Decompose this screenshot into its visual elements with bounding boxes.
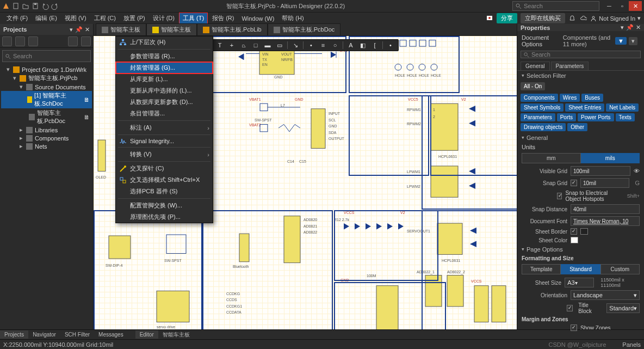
filter-chip[interactable]: Ports [557, 113, 576, 121]
toolbar-button[interactable]: + [226, 40, 237, 50]
proj-tool-5[interactable] [81, 36, 91, 46]
tree-row[interactable]: [1] 智能车主板.SchDoc🗎 [1, 91, 92, 108]
menu-help[interactable]: 帮助 (H) [278, 13, 307, 23]
toolbar-button[interactable]: ↘ [290, 40, 301, 50]
snap-grid-field[interactable]: 10mil [580, 178, 629, 188]
menu-item[interactable]: 上/下层次 (H) [116, 36, 213, 48]
toolbar-button[interactable]: ◧ [357, 40, 368, 50]
toolbar-button[interactable]: ▬ [262, 40, 273, 50]
panel-pin-icon[interactable]: 📌 [626, 24, 634, 31]
menu-item[interactable]: 更新从库中选择的 (L)... [116, 85, 213, 96]
visible-grid-field[interactable]: 100mil [571, 166, 630, 176]
toolbar-button[interactable]: ≡ [318, 40, 329, 50]
properties-search[interactable]: Search [521, 51, 641, 58]
toolbar-button[interactable]: [ [369, 40, 380, 50]
tree-row[interactable]: ▸Libraries [1, 126, 92, 134]
cloud-icon[interactable] [579, 15, 587, 22]
filter-chip[interactable]: Wires [560, 94, 580, 102]
tree-row[interactable]: 智能车主板.PcbDoc🗎 [1, 108, 92, 126]
doc-tab[interactable]: 智能车主板.PcbDoc [268, 23, 341, 35]
filter-chip[interactable]: Sheet Symbols [521, 103, 564, 112]
visibility-toggle-icon[interactable]: 👁 [634, 168, 640, 174]
tree-row[interactable]: ▾Source Documents [1, 83, 92, 91]
tree-row[interactable]: ▸Nets [1, 142, 92, 150]
filter-chip[interactable]: Drawing objects [521, 123, 566, 131]
panel-pin-icon[interactable]: 📌 [75, 26, 83, 33]
bt-navigator[interactable]: Navigator [28, 330, 60, 339]
filter-chip[interactable]: Buses [581, 94, 603, 102]
chip-all-on[interactable]: All - On [521, 82, 545, 90]
tab-general[interactable]: General [521, 62, 550, 71]
filter-chip[interactable]: Parameters [521, 113, 555, 121]
panel-close-icon[interactable]: ✕ [636, 24, 641, 31]
filter-chip[interactable]: Net Labels [606, 103, 639, 112]
menu-project[interactable]: 工程 (C) [91, 13, 119, 23]
doc-tab[interactable]: 智能车主板 [96, 23, 146, 35]
toolbar-button[interactable]: □ [250, 40, 261, 50]
sheet-size-select[interactable]: A3 ▾ [565, 278, 594, 287]
fmt-custom[interactable]: Custom [600, 264, 640, 274]
share-button[interactable]: 分享 [497, 13, 517, 23]
snap-distance-field[interactable]: 40mil [571, 204, 640, 214]
section-general[interactable]: General [517, 133, 644, 143]
proj-tool-2[interactable] [15, 36, 25, 46]
fmt-standard[interactable]: Standard [561, 264, 600, 274]
bt-projects[interactable]: Projects [0, 330, 28, 339]
fmt-template[interactable]: Template [522, 264, 561, 274]
snap-eo-checkbox[interactable] [557, 193, 562, 199]
filter-chip[interactable]: Power Ports [578, 113, 614, 121]
sheet-border-checkbox[interactable] [571, 228, 577, 235]
bt-schfilter[interactable]: SCH Filter [60, 330, 94, 339]
notify-icon[interactable] [568, 15, 576, 22]
units-mils[interactable]: mils [581, 153, 640, 163]
menu-item[interactable]: 从库更新 (L)... [116, 74, 213, 85]
title-block-select[interactable]: Standard▾ [606, 303, 640, 313]
toolbar-button[interactable]: ▭ [274, 40, 285, 50]
orientation-select[interactable]: Landscape▾ [571, 290, 640, 300]
filter-dropdown-icon[interactable]: ▾ [629, 37, 637, 45]
menu-item[interactable]: 条目管理器... [116, 108, 213, 119]
proj-tool-1[interactable] [2, 36, 12, 46]
toolbar-button[interactable]: T [214, 40, 225, 50]
show-zones-checkbox[interactable] [571, 324, 577, 331]
bt-messages[interactable]: Messages [94, 330, 128, 339]
new-icon[interactable] [12, 2, 20, 10]
toolbar-button[interactable]: ⏢ [238, 40, 249, 50]
menu-item[interactable]: 封装管理器 (G)... [116, 62, 213, 74]
sheet-color-swatch[interactable] [571, 237, 578, 243]
menu-item[interactable]: 交叉选择模式 Shift+Ctrl+X [116, 174, 213, 186]
panel-dropdown-icon[interactable]: ▾ [70, 26, 73, 33]
toolbar-button[interactable]: • [306, 40, 317, 50]
panels-button[interactable]: Panels [622, 341, 641, 348]
bt-doc[interactable]: 智能车主板 [158, 330, 194, 340]
redo-icon[interactable] [51, 2, 59, 10]
section-selection-filter[interactable]: Selection Filter [517, 71, 644, 81]
filter-chip[interactable]: Other [567, 123, 587, 131]
close-button[interactable]: ✕ [629, 1, 642, 11]
tree-row[interactable]: ▾Project Group 1.DsnWrk [1, 65, 92, 74]
menu-item[interactable]: 从数据库更新参数 (D)... [116, 96, 213, 108]
menu-window[interactable]: Window (W) [238, 14, 277, 23]
menu-place[interactable]: 放置 (P) [120, 13, 148, 23]
menu-edit[interactable]: 编辑 (E) [32, 13, 60, 23]
open-icon[interactable] [22, 2, 29, 10]
doc-tab[interactable]: 智能车主板.PcbLib [197, 23, 268, 35]
panel-dropdown-icon[interactable]: ▾ [621, 24, 624, 31]
snap-grid-checkbox[interactable] [571, 180, 577, 186]
border-color-swatch[interactable] [580, 228, 588, 235]
toolbar-button[interactable]: • [385, 40, 396, 50]
title-block-checkbox[interactable] [567, 305, 573, 311]
toolbar-button[interactable]: A [345, 40, 356, 50]
global-search[interactable]: Search [512, 1, 599, 11]
menu-item[interactable]: 交叉探针 (C) [116, 163, 213, 174]
proj-tool-4[interactable] [68, 36, 78, 46]
undo-icon[interactable] [41, 2, 49, 10]
doc-tab[interactable]: 智能车主板 [146, 23, 197, 35]
document-font-field[interactable]: Times New Roman, 10 [571, 216, 640, 226]
menu-item[interactable]: 标注 (A) [116, 122, 213, 133]
menu-file[interactable]: 文件 (F) [3, 13, 31, 23]
menu-item[interactable]: 参数管理器 (R)... [116, 51, 213, 62]
section-page-options[interactable]: Page Options [517, 244, 644, 254]
tree-row[interactable]: ▾智能车主板.PrjPcb [1, 74, 92, 83]
units-mm[interactable]: mm [522, 153, 581, 163]
